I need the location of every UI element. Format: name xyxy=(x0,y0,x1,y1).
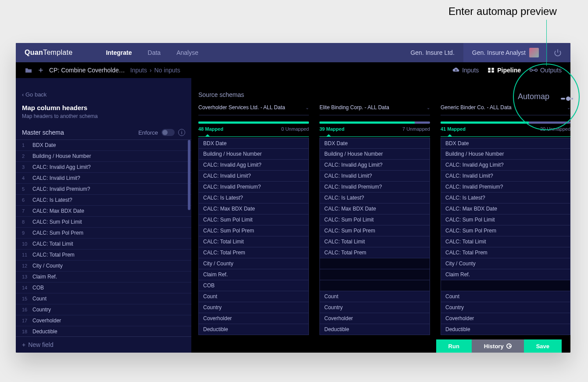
column-item[interactable]: Claim Ref. xyxy=(198,269,309,280)
row-number: 18 xyxy=(22,329,32,334)
column-item[interactable]: City / County xyxy=(441,258,570,269)
enforce-toggle[interactable] xyxy=(161,129,175,136)
column-item[interactable]: Deductible xyxy=(441,324,570,335)
breadcrumb-inputs[interactable]: Inputs xyxy=(130,67,147,74)
schema-row[interactable]: 18Deductible xyxy=(16,326,191,336)
schema-row[interactable]: 2Building / House Number xyxy=(16,151,191,162)
schema-row[interactable]: 1BDX Date xyxy=(16,140,191,151)
schema-row[interactable]: 14COB xyxy=(16,282,191,293)
column-item[interactable]: Coverholder xyxy=(319,313,430,324)
run-button[interactable]: Run xyxy=(436,339,472,353)
column-item[interactable]: CALC: Is Latest? xyxy=(198,193,309,203)
column-item[interactable]: Deductible xyxy=(198,324,309,335)
column-item[interactable]: Deductible xyxy=(319,324,430,335)
tab-integrate[interactable]: Integrate xyxy=(106,49,132,56)
stage-tab-pipeline[interactable]: Pipeline xyxy=(488,67,521,74)
history-button[interactable]: History xyxy=(472,339,524,353)
column-item[interactable]: Building / House Number xyxy=(198,149,309,160)
schema-row[interactable]: 17Coverholder xyxy=(16,315,191,326)
column-item[interactable]: Coverholder xyxy=(198,313,309,324)
stage-tab-inputs[interactable]: Inputs xyxy=(452,67,479,74)
schema-row[interactable]: 13Claim Ref. xyxy=(16,271,191,282)
column-item[interactable]: CALC: Total Limit xyxy=(441,236,570,247)
folder-icon[interactable] xyxy=(25,67,32,73)
column-item[interactable]: CALC: Invalid Premium? xyxy=(441,182,570,193)
schema-row[interactable]: 15Count xyxy=(16,293,191,304)
schema-row[interactable]: 11CALC: Total Prem xyxy=(16,250,191,261)
schema-column-header[interactable]: Generic Binder Co. - ALL Data⌄ xyxy=(441,102,570,115)
schema-row[interactable]: 4CALC: Invalid Limit? xyxy=(16,173,191,184)
column-item[interactable]: CALC: Total Prem xyxy=(319,247,430,258)
topbar: QuanTemplate Integrate Data Analyse Gen.… xyxy=(16,43,570,62)
column-item[interactable]: CALC: Sum Pol Prem xyxy=(198,225,309,236)
column-item[interactable]: City / County xyxy=(198,258,309,269)
column-item[interactable]: BDX Date xyxy=(198,138,309,149)
column-item[interactable]: Count xyxy=(441,291,570,302)
column-item[interactable]: CALC: Invalid Premium? xyxy=(319,182,430,193)
schema-row[interactable]: 8CALC: Sum Pol Limit xyxy=(16,217,191,228)
column-item[interactable]: Coverholder xyxy=(441,313,570,324)
column-item[interactable]: CALC: Sum Pol Prem xyxy=(319,225,430,236)
column-item[interactable]: Country xyxy=(441,302,570,313)
column-item[interactable]: CALC: Is Latest? xyxy=(319,193,430,203)
info-icon[interactable]: i xyxy=(178,129,185,136)
new-field-button[interactable]: +New field xyxy=(16,336,191,353)
column-item[interactable]: Country xyxy=(198,302,309,313)
org-name[interactable]: Gen. Insure Ltd. xyxy=(402,43,463,62)
row-number: 14 xyxy=(22,285,32,290)
document-title[interactable]: CP: Combine Coverholde… xyxy=(49,67,125,74)
schema-row[interactable]: 7CALC: Max BDX Date xyxy=(16,206,191,217)
column-item[interactable]: Claim Ref. xyxy=(441,269,570,280)
column-item[interactable]: CALC: Max BDX Date xyxy=(198,203,309,214)
schema-row[interactable]: 10CALC: Total Limit xyxy=(16,239,191,250)
column-item[interactable]: CALC: Sum Pol Limit xyxy=(441,214,570,225)
column-item[interactable]: Building / House Number xyxy=(441,149,570,160)
schema-row[interactable]: 16Country xyxy=(16,304,191,315)
column-item[interactable]: Count xyxy=(319,291,430,302)
column-item[interactable]: CALC: Sum Pol Limit xyxy=(198,214,309,225)
tab-data[interactable]: Data xyxy=(148,49,161,56)
column-item[interactable]: CALC: Total Limit xyxy=(198,236,309,247)
column-item[interactable]: Country xyxy=(319,302,430,313)
row-label: Claim Ref. xyxy=(32,274,57,280)
column-item[interactable]: CALC: Invalid Limit? xyxy=(198,171,309,182)
column-item[interactable]: Building / House Number xyxy=(319,149,430,160)
column-item[interactable]: CALC: Sum Pol Prem xyxy=(441,225,570,236)
column-item[interactable]: BDX Date xyxy=(441,138,570,149)
schema-row[interactable]: 5CALC: Invalid Premium? xyxy=(16,184,191,195)
column-item[interactable]: CALC: Max BDX Date xyxy=(319,203,430,214)
avatar[interactable] xyxy=(529,48,539,57)
column-item[interactable]: CALC: Total Prem xyxy=(198,247,309,258)
save-button[interactable]: Save xyxy=(524,339,562,353)
column-item[interactable]: CALC: Sum Pol Limit xyxy=(319,214,430,225)
scrollbar-thumb[interactable] xyxy=(188,140,190,210)
schema-column-header[interactable]: Elite Binding Corp. - ALL Data⌄ xyxy=(319,102,430,115)
column-item[interactable]: CALC: Invalid Limit? xyxy=(441,171,570,182)
schema-row[interactable]: 9CALC: Sum Pol Prem xyxy=(16,228,191,239)
user-name[interactable]: Gen. Insure Analyst xyxy=(463,43,548,62)
stage-tab-outputs[interactable]: Outputs xyxy=(530,67,562,74)
column-item[interactable]: CALC: Invalid Agg Limit? xyxy=(198,160,309,171)
map-stats: 48 Mapped0 Unmapped xyxy=(198,126,309,132)
power-icon[interactable] xyxy=(554,49,562,57)
schema-row[interactable]: 3CALC: Invalid Agg Limit? xyxy=(16,162,191,173)
column-item[interactable]: CALC: Is Latest? xyxy=(441,193,570,203)
column-item[interactable]: CALC: Invalid Agg Limit? xyxy=(319,160,430,171)
column-item[interactable]: CALC: Invalid Limit? xyxy=(319,171,430,182)
tab-analyse[interactable]: Analyse xyxy=(176,49,198,56)
column-item[interactable]: CALC: Total Prem xyxy=(441,247,570,258)
column-item[interactable]: BDX Date xyxy=(319,138,430,149)
breadcrumb-noinputs[interactable]: No inputs xyxy=(154,67,180,74)
plus-icon[interactable] xyxy=(38,67,44,73)
column-item[interactable]: CALC: Invalid Agg Limit? xyxy=(441,160,570,171)
column-item[interactable]: CALC: Max BDX Date xyxy=(441,203,570,214)
column-item[interactable]: Count xyxy=(198,291,309,302)
schema-row[interactable]: 6CALC: Is Latest? xyxy=(16,195,191,206)
go-back-link[interactable]: ‹ Go back xyxy=(16,78,191,101)
schema-row[interactable]: 12City / County xyxy=(16,261,191,271)
schema-column-header[interactable]: Coverholder Services Ltd. - ALL Data⌄ xyxy=(198,102,309,115)
column-item[interactable]: CALC: Invalid Premium? xyxy=(198,182,309,193)
row-number: 6 xyxy=(22,197,32,203)
column-item[interactable]: CALC: Total Limit xyxy=(319,236,430,247)
column-item[interactable]: COB xyxy=(198,280,309,291)
